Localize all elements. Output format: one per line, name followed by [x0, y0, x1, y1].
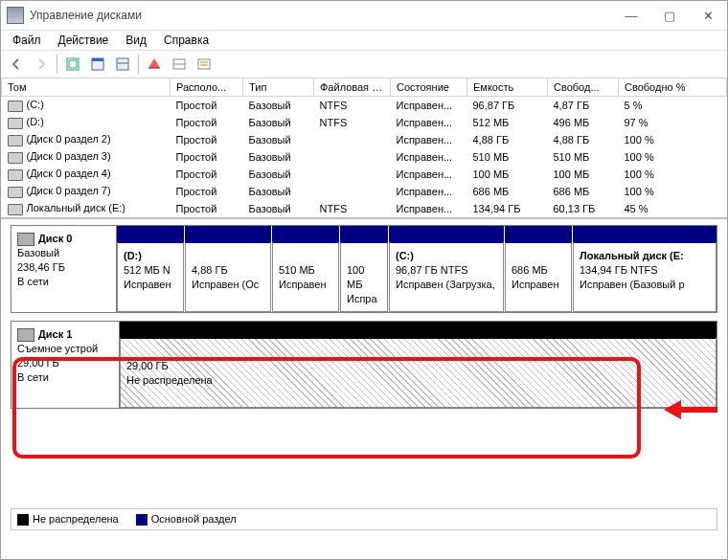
disk-1-info: Диск 1 Съемное устрой 29,00 ГБ В сети — [11, 322, 120, 408]
svg-rect-4 — [118, 62, 127, 64]
back-button[interactable] — [5, 53, 28, 76]
svg-rect-7 — [198, 59, 210, 69]
menu-file[interactable]: Файл — [5, 32, 49, 49]
volume-row[interactable]: (Диск 0 раздел 7)ПростойБазовыйИсправен.… — [2, 183, 727, 200]
annotation-arrow — [662, 395, 719, 426]
partition[interactable]: 4,88 ГБИсправен (Ос — [185, 226, 272, 312]
col-status[interactable]: Состояние — [391, 78, 467, 97]
volume-icon — [8, 204, 23, 215]
svg-marker-11 — [664, 400, 681, 419]
list-icon[interactable] — [193, 53, 216, 76]
swatch-unallocated — [17, 514, 29, 526]
disk-0-row[interactable]: Диск 0 Базовый 238,46 ГБ В сети (D:)512 … — [11, 225, 717, 313]
disk-icon — [17, 328, 34, 342]
menubar: Файл Действие Вид Справка — [1, 31, 727, 51]
svg-rect-2 — [92, 58, 103, 61]
partition[interactable]: (C:)96,87 ГБ NTFSИсправен (Загрузка, — [389, 226, 505, 312]
window-title: Управление дисками — [30, 9, 612, 22]
help-icon[interactable] — [143, 53, 166, 76]
partition[interactable]: 100 МБИспра — [340, 226, 389, 312]
menu-action[interactable]: Действие — [51, 32, 117, 49]
menu-view[interactable]: Вид — [118, 32, 154, 49]
app-icon — [7, 7, 24, 24]
col-free-pct[interactable]: Свободно % — [619, 78, 727, 97]
col-fs[interactable]: Файловая с... — [314, 78, 391, 97]
legend: Не распределена Основной раздел — [11, 508, 717, 530]
volume-list[interactable]: Том Располо... Тип Файловая с... Состоян… — [1, 78, 727, 219]
refresh-icon[interactable] — [61, 53, 84, 76]
toolbar — [1, 51, 727, 78]
partition[interactable]: 686 МБИсправен — [505, 226, 573, 312]
forward-button[interactable] — [30, 53, 53, 76]
swatch-primary — [136, 514, 148, 526]
volume-icon — [8, 118, 23, 129]
maximize-button[interactable]: ▢ — [650, 1, 689, 30]
disks-pane: Диск 0 Базовый 238,46 ГБ В сети (D:)512 … — [1, 219, 727, 422]
close-button[interactable]: ✕ — [689, 1, 727, 30]
properties-icon[interactable] — [111, 53, 134, 76]
col-layout[interactable]: Располо... — [171, 78, 243, 97]
volume-row[interactable]: Локальный диск (E:)ПростойБазовыйNTFSИсп… — [2, 200, 727, 217]
partition[interactable]: 510 МБИсправен — [272, 226, 340, 312]
col-volume[interactable]: Том — [2, 78, 171, 97]
volume-row[interactable]: (D:)ПростойБазовыйNTFSИсправен...512 МБ4… — [2, 114, 727, 131]
volume-row[interactable]: (Диск 0 раздел 2)ПростойБазовыйИсправен.… — [2, 131, 727, 148]
volume-row[interactable]: (Диск 0 раздел 3)ПростойБазовыйИсправен.… — [2, 148, 727, 166]
layout-icon[interactable] — [168, 53, 191, 76]
volume-row[interactable]: (Диск 0 раздел 4)ПростойБазовыйИсправен.… — [2, 166, 727, 183]
minimize-button[interactable]: — — [612, 1, 650, 30]
disk-icon — [17, 233, 34, 246]
partition[interactable]: Локальный диск (E:134,94 ГБ NTFSИсправен… — [573, 226, 717, 312]
menu-help[interactable]: Справка — [156, 32, 216, 49]
partition-unallocated[interactable]: 29,00 ГБНе распределена — [120, 322, 717, 408]
col-type[interactable]: Тип — [243, 78, 314, 97]
col-capacity[interactable]: Емкость — [467, 78, 548, 97]
partition[interactable]: (D:)512 МБ NИсправен — [117, 226, 185, 312]
volume-row[interactable]: (C:)ПростойБазовыйNTFSИсправен...96,87 Г… — [2, 97, 727, 115]
volume-icon — [8, 152, 23, 164]
volume-icon — [8, 135, 23, 146]
col-free[interactable]: Свобод... — [548, 78, 619, 97]
volume-header-row: Том Располо... Тип Файловая с... Состоян… — [2, 78, 727, 97]
volume-icon — [8, 187, 23, 198]
titlebar: Управление дисками — ▢ ✕ — [1, 1, 727, 31]
volume-icon — [8, 101, 23, 112]
disk-1-row[interactable]: Диск 1 Съемное устрой 29,00 ГБ В сети 29… — [11, 321, 717, 409]
options-icon[interactable] — [86, 53, 109, 76]
disk-0-info: Диск 0 Базовый 238,46 ГБ В сети — [11, 226, 117, 312]
volume-icon — [8, 169, 23, 181]
